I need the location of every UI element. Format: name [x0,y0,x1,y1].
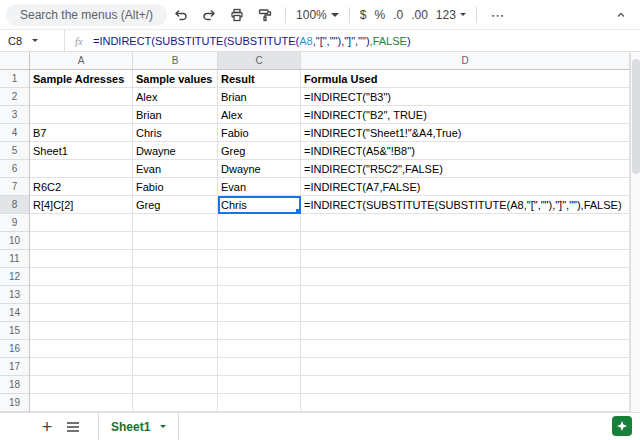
cell-A8[interactable]: R[4]C[2] [30,196,133,214]
cell-D11[interactable] [301,250,630,268]
cell-D17[interactable] [301,358,630,376]
cell-C3[interactable]: Alex [218,106,301,124]
cell-C4[interactable]: Fabio [218,124,301,142]
row-header-7[interactable]: 7 [0,178,30,196]
cell-B15[interactable] [133,322,218,340]
decrease-decimal-button[interactable]: .0 [393,8,403,22]
cell-A19[interactable] [30,394,133,412]
cell-D8[interactable]: =INDIRECT(SUBSTITUTE(SUBSTITUTE(A8,"[","… [301,196,630,214]
row-header-2[interactable]: 2 [0,88,30,106]
cell-B3[interactable]: Brian [133,106,218,124]
cell-B10[interactable] [133,232,218,250]
print-icon[interactable] [225,4,249,26]
column-header-B[interactable]: B [133,52,218,70]
cell-B2[interactable]: Alex [133,88,218,106]
row-header-4[interactable]: 4 [0,124,30,142]
cell-C5[interactable]: Greg [218,142,301,160]
cell-C2[interactable]: Brian [218,88,301,106]
cell-A18[interactable] [30,376,133,394]
row-header-13[interactable]: 13 [0,286,30,304]
all-sheets-button[interactable] [60,415,86,439]
format-percent-button[interactable]: % [374,8,385,22]
cell-B1[interactable]: Sample values [133,70,218,88]
cell-D16[interactable] [301,340,630,358]
row-header-1[interactable]: 1 [0,70,30,88]
cell-D4[interactable]: =INDIRECT("Sheet1!"&A4,True) [301,124,630,142]
vertical-scrollbar[interactable] [630,53,640,412]
column-header-D[interactable]: D [301,52,630,70]
cell-C13[interactable] [218,286,301,304]
row-header-8[interactable]: 8 [0,196,30,214]
cell-A17[interactable] [30,358,133,376]
cell-B4[interactable]: Chris [133,124,218,142]
cell-C16[interactable] [218,340,301,358]
cell-C6[interactable]: Dwayne [218,160,301,178]
cell-A11[interactable] [30,250,133,268]
cell-C18[interactable] [218,376,301,394]
row-header-12[interactable]: 12 [0,268,30,286]
menu-search-input[interactable]: Search the menus (Alt+/) [6,4,167,26]
cell-A1[interactable]: Sample Adresses [30,70,133,88]
name-box[interactable]: C8 [0,30,64,51]
cell-D7[interactable]: =INDIRECT(A7,FALSE) [301,178,630,196]
row-header-14[interactable]: 14 [0,304,30,322]
cell-D5[interactable]: =INDIRECT(A5&"!B8") [301,142,630,160]
cell-A14[interactable] [30,304,133,322]
cell-D9[interactable] [301,214,630,232]
format-currency-button[interactable]: $ [360,8,367,22]
cell-A16[interactable] [30,340,133,358]
cell-C10[interactable] [218,232,301,250]
cell-A6[interactable] [30,160,133,178]
scrollbar-thumb[interactable] [632,59,640,174]
cell-D2[interactable]: =INDIRECT("B3") [301,88,630,106]
row-header-3[interactable]: 3 [0,106,30,124]
row-header-10[interactable]: 10 [0,232,30,250]
increase-decimal-button[interactable]: .00 [411,8,428,22]
column-header-A[interactable]: A [30,52,133,70]
cell-D19[interactable] [301,394,630,412]
cell-B12[interactable] [133,268,218,286]
cell-C8[interactable]: Chris [218,196,301,214]
cell-C11[interactable] [218,250,301,268]
cell-C9[interactable] [218,214,301,232]
column-header-C[interactable]: C [218,52,301,70]
cell-B6[interactable]: Evan [133,160,218,178]
row-header-11[interactable]: 11 [0,250,30,268]
row-header-9[interactable]: 9 [0,214,30,232]
row-header-6[interactable]: 6 [0,160,30,178]
cell-A5[interactable]: Sheet1 [30,142,133,160]
cell-D18[interactable] [301,376,630,394]
redo-icon[interactable] [197,4,221,26]
cell-D15[interactable] [301,322,630,340]
cell-B14[interactable] [133,304,218,322]
cell-C19[interactable] [218,394,301,412]
formula-input[interactable]: =INDIRECT(SUBSTITUTE(SUBSTITUTE(A8,"[","… [93,35,640,47]
cell-B9[interactable] [133,214,218,232]
zoom-select[interactable]: 100% [296,8,339,22]
row-header-18[interactable]: 18 [0,376,30,394]
cell-D3[interactable]: =INDIRECT("B2", TRUE) [301,106,630,124]
cell-B11[interactable] [133,250,218,268]
cell-B19[interactable] [133,394,218,412]
explore-button[interactable] [612,416,632,436]
cell-D12[interactable] [301,268,630,286]
cell-B17[interactable] [133,358,218,376]
cell-D13[interactable] [301,286,630,304]
tab-sheet1[interactable]: Sheet1 [98,413,179,440]
cell-A2[interactable] [30,88,133,106]
cell-B18[interactable] [133,376,218,394]
row-header-16[interactable]: 16 [0,340,30,358]
cell-A9[interactable] [30,214,133,232]
row-header-19[interactable]: 19 [0,394,30,412]
paint-format-icon[interactable] [253,4,277,26]
cell-A7[interactable]: R6C2 [30,178,133,196]
more-formats-button[interactable]: 123 [436,8,466,22]
cell-A10[interactable] [30,232,133,250]
add-sheet-button[interactable]: + [34,415,60,439]
cell-C17[interactable] [218,358,301,376]
cell-A4[interactable]: B7 [30,124,133,142]
toolbar-overflow-button[interactable]: ⋯ [491,7,506,23]
cell-D10[interactable] [301,232,630,250]
cell-B7[interactable]: Fabio [133,178,218,196]
collapse-toolbar-button[interactable] [608,4,634,26]
